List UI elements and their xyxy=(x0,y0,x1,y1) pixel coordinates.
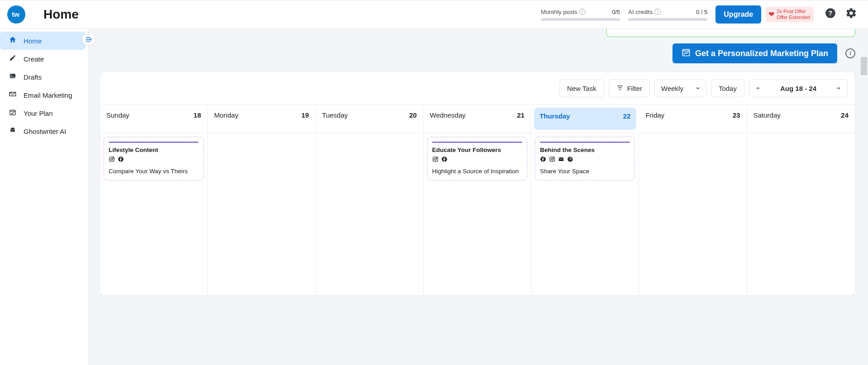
filter-button[interactable]: Filter xyxy=(609,79,650,97)
pencil-icon xyxy=(8,54,17,63)
day-column-tuesday[interactable] xyxy=(316,133,424,295)
day-header-monday[interactable]: Monday 19 xyxy=(208,105,315,133)
svg-point-23 xyxy=(113,157,114,158)
sidebar-item-create[interactable]: Create xyxy=(0,50,86,68)
svg-text:tw: tw xyxy=(12,10,19,18)
personalized-plan-label: Get a Personalized Marketing Plan xyxy=(695,49,828,58)
monthly-posts-track xyxy=(541,18,620,21)
day-column-friday[interactable] xyxy=(639,133,747,295)
sidebar: Home Create Drafts Email Marketing Your … xyxy=(0,29,89,365)
new-task-label: New Task xyxy=(567,85,596,92)
svg-rect-10 xyxy=(10,110,15,115)
svg-rect-33 xyxy=(559,157,564,161)
sidebar-item-ghostwriter-ai[interactable]: Ghostwriter AI xyxy=(0,122,86,140)
task-card[interactable]: Behind the Scenes Share Your Space xyxy=(535,137,635,180)
mail-icon xyxy=(558,156,564,164)
offer-line2: Offer Extended xyxy=(777,14,810,20)
task-color-bar xyxy=(432,142,522,143)
scrollbar[interactable] xyxy=(860,29,867,365)
facebook-icon xyxy=(540,156,546,164)
ghost-icon xyxy=(8,127,17,136)
ai-credits-track xyxy=(628,18,707,21)
monthly-posts-meter: Monthly posts i 0/5 xyxy=(541,9,620,21)
image-icon xyxy=(8,72,17,81)
task-subtitle: Highlight a Source of Inspiration xyxy=(432,167,522,175)
instagram-icon xyxy=(549,156,555,164)
day-header-sunday[interactable]: Sunday 18 xyxy=(100,105,208,133)
instagram-icon xyxy=(109,156,115,164)
info-icon[interactable]: i xyxy=(845,48,855,58)
filter-label: Filter xyxy=(627,85,642,92)
topbar: tw Home Monthly posts i 0/5 AI credits i… xyxy=(0,0,868,29)
calendar-card: New Task Filter Weekly xyxy=(100,71,855,296)
calendar-toolbar: New Task Filter Weekly xyxy=(100,72,855,104)
ai-credits-meter: AI credits i 0 / 5 xyxy=(628,9,707,21)
settings-icon[interactable] xyxy=(845,7,857,22)
calendar-day-headers: Sunday 18 Monday 19 Tuesday 20 Wednesday… xyxy=(100,104,855,133)
today-button[interactable]: Today xyxy=(711,79,744,97)
svg-point-26 xyxy=(434,158,437,161)
task-subtitle: Compare Your Way vs Theirs xyxy=(109,167,199,175)
date-range-label: Aug 18 - 24 xyxy=(768,80,829,97)
day-header-wednesday[interactable]: Wednesday 21 xyxy=(424,105,531,133)
svg-point-32 xyxy=(553,157,554,158)
ai-credits-label: AI credits xyxy=(628,9,653,15)
upgrade-button[interactable]: Upgrade xyxy=(715,5,761,24)
facebook-icon xyxy=(441,156,448,164)
svg-point-7 xyxy=(11,75,12,76)
task-color-bar xyxy=(109,142,199,143)
heart-icon: ❤ xyxy=(767,10,776,19)
monthly-posts-label: Monthly posts xyxy=(541,9,577,15)
day-column-saturday[interactable] xyxy=(747,133,855,295)
monthly-posts-value: 0/5 xyxy=(612,9,620,15)
sidebar-item-home[interactable]: Home xyxy=(0,32,86,50)
date-range-control: Aug 18 - 24 xyxy=(749,79,848,97)
day-header-thursday[interactable]: Thursday 22 xyxy=(534,108,636,130)
day-header-saturday[interactable]: Saturday 24 xyxy=(747,105,855,133)
sidebar-item-label: Drafts xyxy=(24,73,42,81)
day-column-monday[interactable] xyxy=(208,133,315,295)
offer-badge[interactable]: ❤ 2x Post Offer Offer Extended xyxy=(766,7,814,22)
today-label: Today xyxy=(719,85,737,92)
svg-point-12 xyxy=(11,129,12,130)
main-content: Get a Personalized Marketing Plan i New … xyxy=(89,29,868,365)
success-banner-remnant xyxy=(606,29,855,37)
day-column-wednesday[interactable]: Educate Your Followers Highlight a Sourc… xyxy=(424,133,531,295)
sidebar-item-label: Ghostwriter AI xyxy=(24,128,66,135)
help-icon[interactable]: ? xyxy=(825,7,836,22)
task-card[interactable]: Educate Your Followers Highlight a Sourc… xyxy=(427,137,527,180)
new-task-button[interactable]: New Task xyxy=(559,79,604,97)
sidebar-item-drafts[interactable]: Drafts xyxy=(0,68,86,86)
chevron-down-icon xyxy=(695,85,701,92)
day-header-friday[interactable]: Friday 23 xyxy=(639,105,747,133)
task-color-bar xyxy=(540,142,630,143)
info-icon[interactable]: i xyxy=(579,9,586,15)
task-card[interactable]: Lifestyle Content Compare Your Way vs Th… xyxy=(104,137,204,180)
task-title: Lifestyle Content xyxy=(109,147,199,153)
sidebar-item-label: Home xyxy=(24,37,42,45)
page-title: Home xyxy=(43,7,79,22)
svg-text:?: ? xyxy=(828,9,832,17)
sidebar-item-your-plan[interactable]: Your Plan xyxy=(0,104,86,122)
task-subtitle: Share Your Space xyxy=(540,167,630,175)
svg-point-13 xyxy=(13,129,14,130)
task-title: Behind the Scenes xyxy=(540,147,630,153)
sidebar-item-email-marketing[interactable]: Email Marketing xyxy=(0,86,86,104)
view-dropdown[interactable]: Weekly xyxy=(654,79,706,97)
next-week-button[interactable] xyxy=(829,80,847,97)
svg-point-22 xyxy=(111,158,113,161)
day-header-tuesday[interactable]: Tuesday 20 xyxy=(316,105,424,133)
sidebar-item-label: Email Marketing xyxy=(24,91,72,99)
day-column-thursday[interactable]: Behind the Scenes Share Your Space xyxy=(531,133,639,295)
prev-week-button[interactable] xyxy=(749,80,768,97)
calendar-body: Lifestyle Content Compare Your Way vs Th… xyxy=(100,133,855,295)
info-icon[interactable]: i xyxy=(654,9,661,15)
logo[interactable]: tw xyxy=(7,5,25,24)
personalized-plan-button[interactable]: Get a Personalized Marketing Plan xyxy=(672,43,837,63)
scrollbar-thumb[interactable] xyxy=(861,57,867,75)
offer-line1: 2x Post Offer xyxy=(777,9,806,14)
ai-credits-value: 0 / 5 xyxy=(696,9,707,15)
chart-calendar-icon xyxy=(682,48,691,59)
home-icon xyxy=(8,36,17,46)
day-column-sunday[interactable]: Lifestyle Content Compare Your Way vs Th… xyxy=(100,133,208,295)
